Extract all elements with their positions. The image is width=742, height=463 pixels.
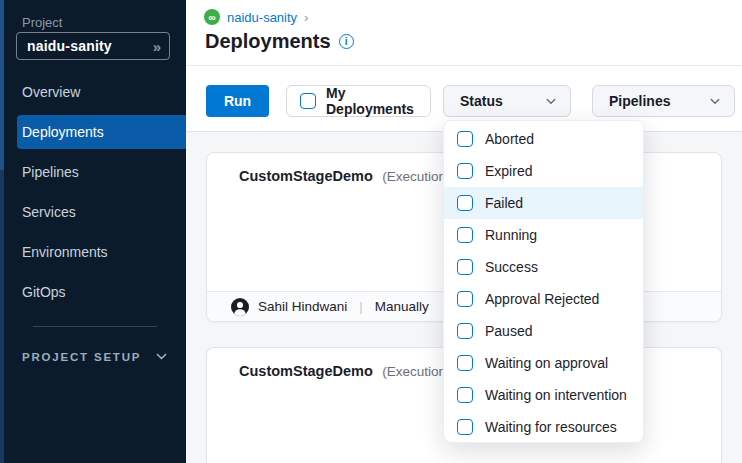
- checkbox-icon[interactable]: [457, 227, 473, 243]
- avatar: [231, 298, 249, 316]
- my-deployments-checkbox[interactable]: [300, 93, 316, 109]
- page-title: Deployments: [205, 30, 331, 53]
- status-filter-dropdown[interactable]: Status: [443, 85, 571, 117]
- project-name: naidu-sanity: [27, 38, 153, 54]
- breadcrumb-chevron-icon: ›: [304, 10, 308, 25]
- sidebar-item-services[interactable]: Services: [17, 195, 186, 229]
- pipelines-filter-dropdown[interactable]: Pipelines: [592, 85, 735, 117]
- status-option-waiting-on-approval[interactable]: Waiting on approval: [444, 347, 643, 379]
- checkbox-icon[interactable]: [457, 323, 473, 339]
- project-setup-label: PROJECT SETUP: [22, 351, 141, 363]
- run-button[interactable]: Run: [206, 85, 269, 117]
- breadcrumb-project-link[interactable]: naidu-sanity: [227, 10, 297, 25]
- my-deployments-label: My Deployments: [326, 85, 430, 117]
- sidebar-item-deployments[interactable]: Deployments: [17, 115, 186, 149]
- my-deployments-toggle[interactable]: My Deployments: [286, 85, 431, 117]
- expand-icon[interactable]: »: [153, 38, 161, 55]
- checkbox-icon[interactable]: [457, 387, 473, 403]
- trigger-type: Manually: [375, 299, 429, 314]
- status-option-success[interactable]: Success: [444, 251, 643, 283]
- checkbox-icon[interactable]: [457, 291, 473, 307]
- sidebar-divider: [33, 326, 157, 327]
- project-selector[interactable]: naidu-sanity »: [16, 32, 170, 60]
- breadcrumb: ∞ naidu-sanity ›: [204, 9, 308, 25]
- checkbox-icon[interactable]: [457, 195, 473, 211]
- chevron-down-icon: [155, 350, 168, 363]
- status-option-waiting-for-resources[interactable]: Waiting for resources: [444, 411, 643, 443]
- status-option-failed[interactable]: Failed: [444, 187, 643, 219]
- page-header: ∞ naidu-sanity › Deployments i: [186, 0, 742, 66]
- sidebar-item-gitops[interactable]: GitOps: [17, 275, 186, 309]
- status-option-waiting-on-intervention[interactable]: Waiting on intervention: [444, 379, 643, 411]
- status-option-running[interactable]: Running: [444, 219, 643, 251]
- status-option-expired[interactable]: Expired: [444, 155, 643, 187]
- sidebar-item-pipelines[interactable]: Pipelines: [17, 155, 186, 189]
- chevron-down-icon: [545, 95, 557, 107]
- status-option-approval-rejected[interactable]: Approval Rejected: [444, 283, 643, 315]
- checkbox-icon[interactable]: [457, 355, 473, 371]
- checkbox-icon[interactable]: [457, 419, 473, 435]
- project-setup-toggle[interactable]: PROJECT SETUP: [22, 350, 168, 363]
- sidebar-item-environments[interactable]: Environments: [17, 235, 186, 269]
- chevron-down-icon: [709, 95, 721, 107]
- status-filter-menu: Aborted Expired Failed Running Success A…: [443, 120, 644, 443]
- deployments-page: Project naidu-sanity » Overview Deployme…: [0, 0, 742, 463]
- triggered-by-user: Sahil Hindwani: [258, 299, 347, 314]
- pipeline-name[interactable]: CustomStageDemo: [239, 363, 373, 379]
- sidebar-nav: Overview Deployments Pipelines Services …: [0, 75, 186, 315]
- cd-module-icon: ∞: [204, 9, 220, 25]
- checkbox-icon[interactable]: [457, 163, 473, 179]
- info-icon[interactable]: i: [339, 34, 354, 49]
- checkbox-icon[interactable]: [457, 131, 473, 147]
- footer-separator: |: [356, 299, 365, 314]
- sidebar-item-overview[interactable]: Overview: [17, 75, 186, 109]
- status-option-paused[interactable]: Paused: [444, 315, 643, 347]
- checkbox-icon[interactable]: [457, 259, 473, 275]
- sidebar: Project naidu-sanity » Overview Deployme…: [0, 0, 186, 463]
- project-label: Project: [22, 15, 62, 30]
- status-option-aborted[interactable]: Aborted: [444, 123, 643, 155]
- pipeline-name[interactable]: CustomStageDemo: [239, 168, 373, 184]
